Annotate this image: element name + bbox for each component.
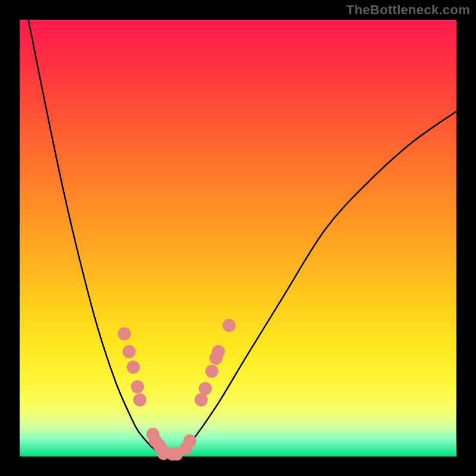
chart-container: TheBottleneck.com <box>0 0 476 476</box>
data-marker <box>131 380 144 393</box>
right-curve-line <box>173 111 456 456</box>
plot-area <box>20 20 456 456</box>
data-marker <box>212 345 225 358</box>
data-marker <box>133 393 146 406</box>
curves-svg <box>20 20 456 456</box>
data-marker <box>205 365 218 378</box>
data-marker <box>127 361 140 374</box>
data-marker <box>118 327 131 340</box>
data-marker <box>123 345 136 358</box>
data-marker <box>199 382 212 395</box>
left-curve-line <box>29 20 173 456</box>
watermark-text: TheBottleneck.com <box>346 2 470 18</box>
data-marker <box>183 434 196 447</box>
data-marker <box>223 319 236 332</box>
